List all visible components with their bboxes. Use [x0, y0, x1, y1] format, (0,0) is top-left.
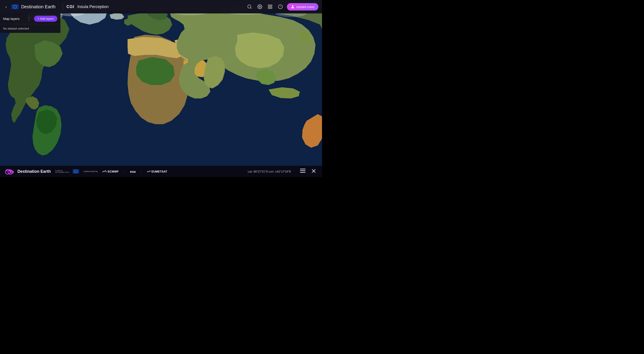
svg-rect-18 — [268, 5, 270, 6]
user-icon — [291, 5, 294, 8]
back-button[interactable]: ‹ — [4, 3, 9, 10]
svg-rect-34 — [300, 169, 306, 170]
grid-button[interactable] — [266, 3, 274, 10]
infinity-logo-icon — [4, 168, 14, 176]
svg-rect-36 — [300, 172, 306, 173]
ecmwf-logo: ECMWF — [102, 170, 118, 173]
implemented-by-label: Implemented by — [84, 170, 98, 172]
svg-rect-35 — [300, 170, 306, 171]
eu-flag-bottom-icon — [73, 169, 79, 174]
svg-line-16 — [250, 8, 251, 8]
svg-point-15 — [248, 5, 251, 8]
app-subtitle: Insula Perception — [78, 4, 108, 9]
search-button[interactable] — [246, 3, 253, 10]
add-layers-button[interactable]: + Add layers — [34, 16, 57, 22]
svg-point-17 — [259, 6, 260, 8]
eumetsat-logo: EUMETSAT — [147, 170, 168, 173]
bottom-bar: Destination Earth Funded by the European… — [0, 166, 322, 177]
partner-sep-2: | — [141, 170, 142, 173]
cgi-brand: CGI — [66, 4, 74, 9]
settings-button[interactable] — [256, 3, 264, 10]
svg-rect-21 — [268, 7, 270, 8]
funded-text: Funded by the European Union — [55, 170, 69, 173]
username-label: cesare.rossi — [296, 5, 314, 9]
bottom-dest-earth-label: Destination Earth — [18, 169, 51, 174]
partner-sep-1: | — [124, 170, 125, 173]
eumetsat-wave-icon — [147, 170, 150, 173]
hamburger-menu-button[interactable] — [298, 168, 307, 175]
coordinates-display: Lat: 68°27′21″S Lon: 142°17′24″E — [248, 170, 291, 173]
funded-line1: Funded by — [55, 170, 69, 172]
nav-icons-group: cesare.rossi — [246, 3, 318, 10]
esa-logo: esa — [130, 170, 136, 174]
navbar: ‹ Destination Earth CGI Insula Perceptio… — [0, 0, 322, 14]
app-title: Destination Earth — [21, 4, 56, 10]
left-panel: Map layers ⋮ + Add layers No dataset sel… — [0, 14, 60, 33]
eu-flag-icon — [12, 4, 18, 9]
panel-actions: ⋮ + Add layers — [26, 16, 57, 22]
info-button[interactable] — [276, 3, 284, 10]
panel-title: Map layers — [3, 17, 20, 20]
more-options-button[interactable]: ⋮ — [26, 16, 32, 22]
panel-header: Map layers ⋮ + Add layers — [0, 14, 60, 24]
user-button[interactable]: cesare.rossi — [287, 3, 318, 10]
nav-divider — [63, 3, 63, 10]
svg-rect-19 — [270, 5, 272, 6]
svg-rect-20 — [270, 7, 272, 8]
ecmwf-wave-icon — [102, 170, 107, 173]
close-button[interactable] — [310, 168, 318, 175]
funded-line2: the European Union — [55, 172, 69, 173]
no-dataset-label: No dataset selected — [0, 24, 60, 33]
